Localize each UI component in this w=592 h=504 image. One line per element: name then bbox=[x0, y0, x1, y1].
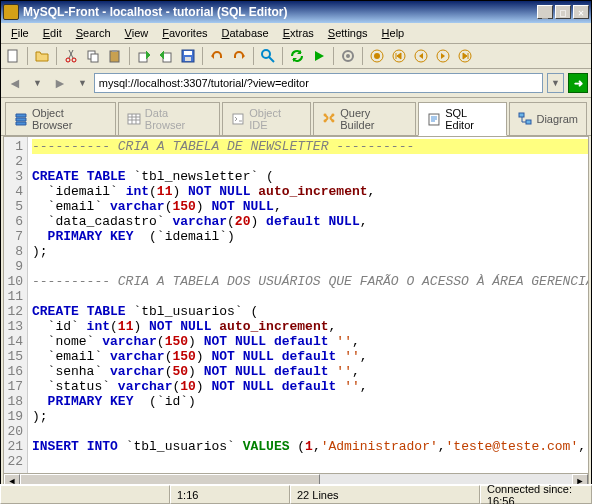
find-button[interactable] bbox=[258, 46, 278, 66]
tab-query-builder[interactable]: Query Builder bbox=[313, 102, 416, 135]
status-lines: 22 Lines bbox=[290, 485, 480, 504]
svg-rect-7 bbox=[139, 53, 147, 62]
tab-object-browser[interactable]: Object Browser bbox=[5, 102, 116, 135]
menu-settings[interactable]: Settings bbox=[322, 25, 374, 41]
titlebar[interactable]: MySQL-Front - localhost - tutorial (SQL … bbox=[1, 1, 591, 23]
status-cursor: 1:16 bbox=[170, 485, 290, 504]
code-line[interactable] bbox=[32, 289, 588, 304]
menu-search[interactable]: Search bbox=[70, 25, 117, 41]
svg-rect-8 bbox=[163, 53, 171, 62]
last-button[interactable] bbox=[455, 46, 475, 66]
tab-label: Query Builder bbox=[340, 107, 407, 131]
nav-back-dropdown[interactable]: ▼ bbox=[30, 78, 45, 88]
code-line[interactable]: CREATE TABLE `tbl_newsletter` ( bbox=[32, 169, 588, 184]
app-icon bbox=[3, 4, 19, 20]
nav-forward-dropdown[interactable]: ▼ bbox=[75, 78, 90, 88]
menu-extras[interactable]: Extras bbox=[277, 25, 320, 41]
run-button[interactable] bbox=[309, 46, 329, 66]
menu-database[interactable]: Database bbox=[216, 25, 275, 41]
diagram-icon bbox=[518, 112, 532, 126]
line-gutter: 12345678910111213141516171819202122 bbox=[4, 137, 28, 473]
first-button[interactable] bbox=[389, 46, 409, 66]
prev-button[interactable] bbox=[411, 46, 431, 66]
code-line[interactable]: `data_cadastro` varchar(20) default NULL… bbox=[32, 214, 588, 229]
import-button[interactable] bbox=[134, 46, 154, 66]
code-line[interactable] bbox=[32, 154, 588, 169]
code-line[interactable]: ---------- CRIA A TABELA DOS USUÁRIOS QU… bbox=[32, 274, 588, 289]
svg-point-24 bbox=[324, 119, 327, 122]
code-line[interactable]: INSERT INTO `tbl_usuarios` VALUES (1,'Ad… bbox=[32, 439, 588, 454]
redo-button[interactable] bbox=[229, 46, 249, 66]
query-builder-icon bbox=[322, 112, 336, 126]
tab-object-ide: Object IDE bbox=[222, 102, 311, 135]
go-button[interactable]: ➜ bbox=[568, 73, 588, 93]
svg-rect-28 bbox=[519, 113, 524, 117]
svg-point-26 bbox=[332, 119, 335, 122]
address-bar: ◄ ▼ ► ▼ ▼ ➜ bbox=[1, 69, 591, 98]
menu-edit[interactable]: Edit bbox=[37, 25, 68, 41]
next-button[interactable] bbox=[433, 46, 453, 66]
tab-label: Diagram bbox=[536, 113, 578, 125]
code-line[interactable]: `id` int(11) NOT NULL auto_increment, bbox=[32, 319, 588, 334]
sql-editor[interactable]: 12345678910111213141516171819202122 ----… bbox=[3, 136, 589, 474]
menu-file[interactable]: File bbox=[5, 25, 35, 41]
code-line[interactable]: `email` varchar(150) NOT NULL, bbox=[32, 199, 588, 214]
code-line[interactable]: PRIMARY KEY (`idemail`) bbox=[32, 229, 588, 244]
code-line[interactable]: ); bbox=[32, 244, 588, 259]
refresh-button[interactable] bbox=[287, 46, 307, 66]
code-line[interactable]: `status` varchar(10) NOT NULL default ''… bbox=[32, 379, 588, 394]
menu-help[interactable]: Help bbox=[376, 25, 411, 41]
paste-button[interactable] bbox=[105, 46, 125, 66]
open-button[interactable] bbox=[32, 46, 52, 66]
object-browser-icon bbox=[14, 112, 28, 126]
nav-forward-button[interactable]: ► bbox=[49, 72, 71, 94]
window-title: MySQL-Front - localhost - tutorial (SQL … bbox=[23, 5, 537, 19]
code-line[interactable]: ---------- CRIA A TABELA DE NEWSLETTER -… bbox=[32, 139, 588, 154]
new-button[interactable] bbox=[3, 46, 23, 66]
cut-button[interactable] bbox=[61, 46, 81, 66]
address-dropdown[interactable]: ▼ bbox=[547, 73, 564, 93]
save-button[interactable] bbox=[178, 46, 198, 66]
svg-point-2 bbox=[72, 58, 76, 62]
maximize-button[interactable]: □ bbox=[555, 5, 571, 19]
code-line[interactable]: `senha` varchar(50) NOT NULL default '', bbox=[32, 364, 588, 379]
tab-label: Data Browser bbox=[145, 107, 211, 131]
copy-button[interactable] bbox=[83, 46, 103, 66]
code-line[interactable]: CREATE TABLE `tbl_usuarios` ( bbox=[32, 304, 588, 319]
close-button[interactable]: ✕ bbox=[573, 5, 589, 19]
code-line[interactable]: PRIMARY KEY (`id`) bbox=[32, 394, 588, 409]
svg-rect-6 bbox=[112, 50, 117, 52]
svg-rect-11 bbox=[185, 57, 191, 61]
undo-button[interactable] bbox=[207, 46, 227, 66]
code-line[interactable]: `email` varchar(150) NOT NULL default ''… bbox=[32, 349, 588, 364]
code-line[interactable]: `nome` varchar(150) NOT NULL default '', bbox=[32, 334, 588, 349]
svg-rect-29 bbox=[526, 120, 531, 124]
data-browser-icon bbox=[127, 112, 141, 126]
code-area[interactable]: ---------- CRIA A TABELA DE NEWSLETTER -… bbox=[28, 137, 588, 473]
code-line[interactable] bbox=[32, 259, 588, 274]
sql-editor-icon bbox=[427, 112, 441, 126]
status-connected: Connected since: 16:56 bbox=[480, 485, 592, 504]
statusbar: 1:16 22 Lines Connected since: 16:56 bbox=[0, 484, 592, 504]
code-line[interactable] bbox=[32, 454, 588, 469]
tab-diagram[interactable]: Diagram bbox=[509, 102, 587, 135]
code-line[interactable]: `idemail` int(11) NOT NULL auto_incremen… bbox=[32, 184, 588, 199]
minimize-button[interactable]: _ bbox=[537, 5, 553, 19]
tab-data-browser: Data Browser bbox=[118, 102, 220, 135]
nav-back-button[interactable]: ◄ bbox=[4, 72, 26, 94]
tab-sql-editor[interactable]: SQL Editor bbox=[418, 102, 507, 136]
svg-rect-21 bbox=[128, 114, 140, 124]
code-line[interactable] bbox=[32, 424, 588, 439]
settings-button[interactable] bbox=[338, 46, 358, 66]
main-toolbar bbox=[1, 44, 591, 69]
svg-point-12 bbox=[262, 50, 270, 58]
menu-view[interactable]: View bbox=[119, 25, 155, 41]
svg-point-25 bbox=[332, 114, 335, 117]
address-input[interactable] bbox=[94, 73, 543, 93]
code-line[interactable]: ); bbox=[32, 409, 588, 424]
export-button[interactable] bbox=[156, 46, 176, 66]
record-button[interactable] bbox=[367, 46, 387, 66]
menu-favorites[interactable]: Favorites bbox=[156, 25, 213, 41]
status-empty bbox=[0, 485, 170, 504]
tab-label: SQL Editor bbox=[445, 107, 498, 131]
